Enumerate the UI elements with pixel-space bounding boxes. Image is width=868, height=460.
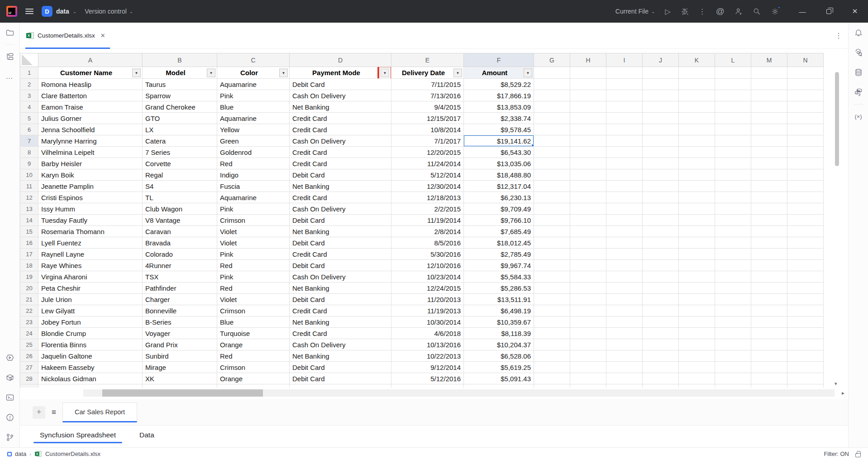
empty-cell[interactable] <box>787 226 824 237</box>
field-header-C[interactable]: Color▼ <box>217 67 290 79</box>
empty-cell[interactable] <box>715 147 751 158</box>
empty-cell[interactable] <box>751 67 787 79</box>
structure-icon[interactable] <box>3 49 17 64</box>
row-header-17[interactable]: 17 <box>20 249 38 260</box>
empty-cell[interactable] <box>643 328 679 339</box>
cell-F7[interactable]: $19,141.62 <box>464 135 534 147</box>
sheet-tab-car-sales-report[interactable]: Car Sales Report <box>62 402 137 422</box>
cell-F14[interactable]: $9,766.10 <box>464 215 534 226</box>
row-header-20[interactable]: 20 <box>20 283 38 294</box>
empty-cell[interactable] <box>570 328 606 339</box>
cell-D4[interactable]: Net Banking <box>290 101 391 113</box>
cell-F8[interactable]: $6,543.30 <box>464 147 534 158</box>
empty-cell[interactable] <box>787 328 824 339</box>
empty-cell[interactable] <box>570 294 606 305</box>
empty-cell[interactable] <box>643 169 679 181</box>
cell-A7[interactable]: Marylynne Harring <box>38 135 143 147</box>
empty-cell[interactable] <box>643 79 679 90</box>
empty-cell[interactable] <box>643 339 679 350</box>
empty-cell[interactable] <box>570 384 606 388</box>
cell-A2[interactable]: Romona Heaslip <box>38 79 143 90</box>
cell-A9[interactable]: Barby Heisler <box>38 158 143 169</box>
empty-cell[interactable] <box>715 373 751 384</box>
cell-A17[interactable]: Raynell Layne <box>38 249 143 260</box>
column-header-J[interactable]: J <box>643 53 679 67</box>
cell-C24[interactable]: Turquoise <box>217 328 290 339</box>
row-header-14[interactable]: 14 <box>20 215 38 226</box>
project-selector[interactable]: D data ⌄ <box>42 6 76 17</box>
cell-D26[interactable]: Net Banking <box>290 350 391 362</box>
empty-cell[interactable] <box>534 260 570 271</box>
cell-F16[interactable]: $18,012.45 <box>464 237 534 249</box>
empty-cell[interactable] <box>643 283 679 294</box>
empty-cell[interactable] <box>534 101 570 113</box>
empty-cell[interactable] <box>751 362 787 373</box>
cell-D24[interactable]: Credit Card <box>290 328 391 339</box>
empty-cell[interactable] <box>679 384 715 388</box>
cell-B9[interactable]: Corvette <box>143 158 217 169</box>
empty-cell[interactable] <box>534 79 570 90</box>
cell-A5[interactable]: Julius Gorner <box>38 113 143 124</box>
column-header-H[interactable]: H <box>570 53 606 67</box>
empty-cell[interactable] <box>751 147 787 158</box>
empty-cell[interactable] <box>679 90 715 101</box>
close-tab-icon[interactable]: ✕ <box>100 32 105 39</box>
more-actions-icon[interactable]: ⋮ <box>699 7 706 16</box>
empty-cell[interactable] <box>570 237 606 249</box>
cell-B23[interactable]: B-Series <box>143 316 217 328</box>
empty-cell[interactable] <box>787 237 824 249</box>
add-sheet-button[interactable]: + <box>33 406 45 419</box>
empty-cell[interactable] <box>643 294 679 305</box>
empty-cell[interactable] <box>787 181 824 192</box>
empty-cell[interactable] <box>643 316 679 328</box>
cell-F11[interactable]: $12,317.04 <box>464 181 534 192</box>
empty-cell[interactable] <box>570 158 606 169</box>
empty-cell[interactable] <box>606 283 643 294</box>
cell-D27[interactable]: Debit Card <box>290 362 391 373</box>
breadcrumb-file[interactable]: CustomerDetails.xlsx <box>45 450 100 457</box>
cell-C10[interactable]: Indigo <box>217 169 290 181</box>
empty-cell[interactable] <box>606 181 643 192</box>
column-header-D[interactable]: D <box>290 53 391 67</box>
empty-cell[interactable] <box>715 339 751 350</box>
empty-cell[interactable] <box>751 260 787 271</box>
run-tool-window-icon[interactable] <box>3 350 17 365</box>
empty-cell[interactable] <box>715 362 751 373</box>
empty-cell[interactable] <box>787 90 824 101</box>
cell-A25[interactable]: Florentia Binns <box>38 339 143 350</box>
cell-E23[interactable]: 10/30/2014 <box>391 316 464 328</box>
cell-E17[interactable]: 5/30/2016 <box>391 249 464 260</box>
cell-F24[interactable]: $8,118.39 <box>464 328 534 339</box>
cell-B5[interactable]: GTO <box>143 113 217 124</box>
empty-cell[interactable] <box>606 135 643 147</box>
cell-D18[interactable]: Debit Card <box>290 260 391 271</box>
cell-C9[interactable]: Red <box>217 158 290 169</box>
empty-cell[interactable] <box>570 67 606 79</box>
cell-D10[interactable]: Debit Card <box>290 169 391 181</box>
cell-F27[interactable]: $5,619.25 <box>464 362 534 373</box>
empty-cell[interactable] <box>751 113 787 124</box>
cell-C26[interactable]: Red <box>217 350 290 362</box>
empty-cell[interactable] <box>643 192 679 203</box>
cell-A10[interactable]: Karyn Boik <box>38 169 143 181</box>
cell-E5[interactable]: 12/15/2017 <box>391 113 464 124</box>
cell-B16[interactable]: Bravada <box>143 237 217 249</box>
empty-cell[interactable] <box>606 147 643 158</box>
cell-A22[interactable]: Lew Gilyatt <box>38 305 143 316</box>
cell-A20[interactable]: Peta Cheshir <box>38 283 143 294</box>
column-header-C[interactable]: C <box>217 53 290 67</box>
cell-E26[interactable]: 10/22/2013 <box>391 350 464 362</box>
empty-cell[interactable] <box>787 294 824 305</box>
breadcrumb-project[interactable]: data <box>15 450 26 457</box>
empty-cell[interactable] <box>570 135 606 147</box>
empty-cell[interactable] <box>751 158 787 169</box>
cell-E20[interactable]: 12/24/2015 <box>391 283 464 294</box>
empty-cell[interactable] <box>751 271 787 283</box>
version-control-menu[interactable]: Version control ⌄ <box>85 8 133 15</box>
empty-cell[interactable] <box>570 226 606 237</box>
cell-C3[interactable]: Pink <box>217 90 290 101</box>
empty-cell[interactable] <box>751 79 787 90</box>
empty-cell[interactable] <box>534 339 570 350</box>
cell-A6[interactable]: Jenna Schoolfield <box>38 124 143 135</box>
row-header-3[interactable]: 3 <box>20 90 38 101</box>
